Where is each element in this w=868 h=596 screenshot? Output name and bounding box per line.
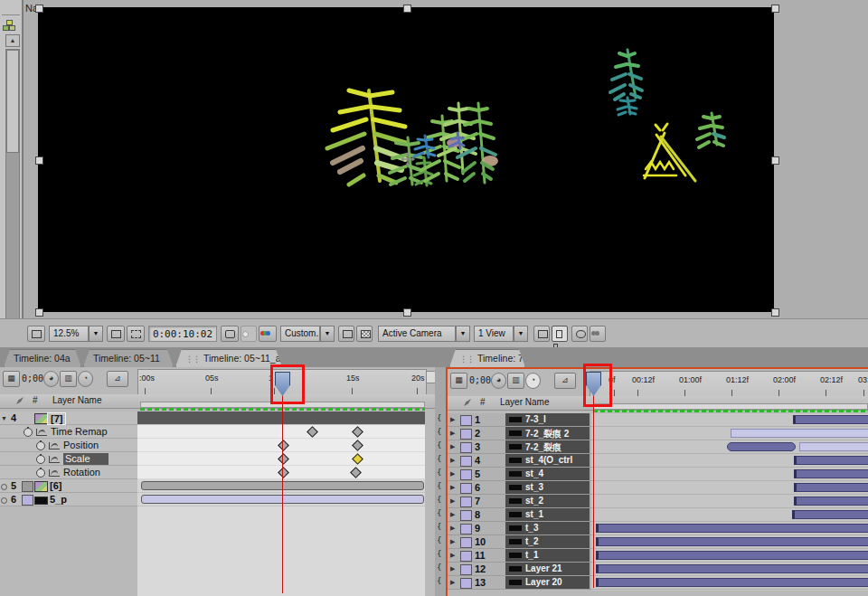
layer-name[interactable]: t_3 [525, 523, 538, 533]
property-name[interactable]: Rotation [63, 467, 100, 478]
tab-timeline-04a[interactable]: Timeline: 04a [4, 349, 81, 367]
comp-button-icon[interactable]: ▦ [3, 371, 20, 387]
row-track[interactable] [591, 495, 868, 508]
property-row-header[interactable]: Rotation [0, 466, 137, 479]
expand-arrow-icon[interactable]: ▶ [450, 484, 455, 491]
layer-name[interactable]: st_4 [525, 468, 543, 478]
layer-name-cell[interactable]: t_2 [505, 535, 590, 548]
row-track[interactable] [591, 440, 868, 454]
layer-row-header[interactable]: ▶7st_2 [448, 495, 591, 508]
layer-row-header[interactable]: ▶17-3_l [448, 413, 591, 427]
timeline-row[interactable]: Time Remap [0, 425, 435, 439]
layer-name[interactable]: 7-2_裂痕 [525, 441, 561, 454]
flowchart-view-icon[interactable] [590, 326, 606, 342]
layer-duration-bar[interactable] [799, 442, 868, 451]
layer-name-cell[interactable]: st_4(O_ctrl [505, 454, 590, 467]
layer-duration-bar[interactable] [793, 415, 868, 424]
layer-name-cell[interactable]: 7-3_l [505, 413, 590, 426]
expand-arrow-icon[interactable]: ▶ [450, 525, 455, 532]
selection-handle[interactable] [771, 5, 779, 13]
layer-row-header[interactable]: ▶8st_1 [448, 508, 591, 522]
tab-timeline-05-11a[interactable]: ⋮⋮Timeline: 05~11_a× [175, 349, 282, 367]
label-swatch[interactable] [460, 537, 472, 548]
snapshot-icon[interactable] [221, 326, 239, 342]
tab-timeline-7[interactable]: ⋮⋮Timeline: 7× [449, 349, 525, 367]
graph-editor-icon[interactable]: ⊿ [107, 371, 128, 387]
live-update-icon[interactable]: ◕ [43, 371, 59, 387]
expand-arrow-icon[interactable]: ▶ [450, 430, 455, 437]
stopwatch-icon[interactable] [36, 441, 45, 450]
label-swatch[interactable] [22, 481, 33, 492]
keyframe-diamond[interactable] [350, 467, 362, 478]
row-track[interactable] [137, 493, 425, 506]
layer-row-header[interactable]: ▶5st_4 [448, 468, 591, 481]
timeline-row[interactable]: Position [0, 439, 435, 452]
selection-handle[interactable] [771, 156, 779, 165]
camera-view-select[interactable]: Active Camera [378, 326, 456, 342]
layer-name[interactable]: 7-3_l [525, 414, 546, 424]
layer-row-header[interactable]: ▶11t_1 [448, 549, 591, 563]
layer-name-cell[interactable]: Layer 21 [505, 563, 590, 575]
timeline-row[interactable]: ▼4[7] [0, 412, 435, 425]
row-track[interactable] [591, 522, 868, 535]
layer-name[interactable]: st_1 [525, 509, 543, 519]
layer-name[interactable]: [7] [47, 412, 66, 425]
target-region-icon[interactable] [338, 326, 354, 342]
timeline-row[interactable]: ▶8st_1 [448, 508, 868, 522]
timeline-row[interactable]: ▶5st_4 [448, 468, 868, 481]
resolution-select[interactable]: Custom. [280, 326, 320, 342]
motion-blur-icon[interactable]: ◔ [525, 373, 541, 389]
frame-blend-icon[interactable]: ▥ [60, 371, 77, 387]
stopwatch-icon[interactable] [36, 468, 45, 478]
close-tab-icon[interactable]: × [288, 353, 294, 364]
timeline-row[interactable]: ▶37-2_裂痕 [448, 440, 868, 454]
row-track[interactable] [591, 468, 868, 481]
property-name[interactable]: Scale [63, 453, 108, 465]
video-toggle-icon[interactable] [1, 484, 7, 490]
layer-duration-bar[interactable] [731, 429, 868, 438]
layer-duration-bar[interactable] [596, 524, 868, 533]
row-track[interactable] [137, 479, 425, 493]
label-swatch[interactable] [460, 415, 472, 426]
label-swatch[interactable] [460, 551, 472, 562]
expand-arrow-icon[interactable]: ▶ [450, 443, 455, 450]
selection-handle[interactable] [35, 308, 43, 317]
view-layout-arrow[interactable]: ▼ [514, 326, 528, 342]
scroll-up-button[interactable]: ▲ [5, 34, 20, 47]
pixel-aspect-icon[interactable] [552, 326, 568, 342]
layer-duration-bar[interactable] [596, 551, 868, 560]
layer-row-header[interactable]: 5[6] [0, 479, 137, 493]
keyframe-diamond[interactable] [352, 453, 363, 465]
timeline-row[interactable]: ▶11t_1 [448, 549, 868, 563]
property-name[interactable]: Position [63, 440, 99, 450]
layer-name-cell[interactable]: Layer 20 [505, 576, 590, 589]
graph-editor-icon[interactable]: ⊿ [554, 373, 576, 389]
window-icon[interactable] [533, 326, 550, 342]
layer-name[interactable]: st_2 [525, 496, 543, 506]
expand-arrow-icon[interactable]: ▶ [450, 497, 455, 505]
layer-name-cell[interactable]: t_1 [505, 549, 590, 562]
layer-duration-bar[interactable] [596, 564, 868, 573]
scrollbar-thumb[interactable] [6, 50, 19, 153]
label-swatch[interactable] [460, 564, 472, 575]
timeline-row[interactable]: Scale [0, 452, 435, 466]
row-track[interactable] [591, 563, 868, 576]
property-name[interactable]: Time Remap [51, 426, 108, 437]
layer-row-header[interactable]: ▶13Layer 20 [448, 576, 591, 590]
layer-duration-bar[interactable] [596, 537, 868, 546]
layer-row-header[interactable]: ▶37-2_裂痕 [448, 440, 591, 454]
timeline-row[interactable]: 65_p [0, 493, 435, 506]
magnification-arrow[interactable]: ▼ [89, 326, 103, 342]
layer-row-header[interactable]: ▼4[7] [0, 412, 137, 425]
current-time-line-left[interactable] [282, 396, 283, 593]
layer-name[interactable]: t_1 [525, 550, 538, 560]
row-track[interactable] [591, 427, 868, 440]
work-area-bar[interactable] [593, 403, 868, 410]
row-track[interactable] [591, 508, 868, 522]
row-track[interactable] [137, 412, 425, 425]
region-of-interest-icon[interactable] [127, 326, 145, 342]
keyframe-diamond[interactable] [278, 440, 289, 451]
layer-name-cell[interactable]: t_3 [505, 522, 590, 535]
layer-name[interactable]: 7-2_裂痕 2 [525, 428, 569, 440]
property-row-header[interactable]: Scale [0, 452, 137, 466]
